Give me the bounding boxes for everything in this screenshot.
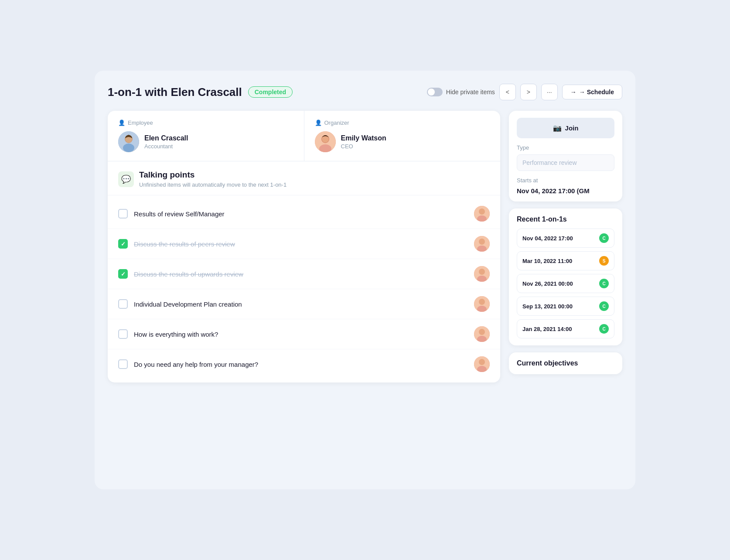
agenda-text-5: How is everything with work? bbox=[134, 331, 468, 338]
agenda-checkbox-6[interactable] bbox=[118, 359, 128, 369]
current-objectives-header: Current objectives bbox=[517, 359, 614, 367]
schedule-button[interactable]: → → Schedule bbox=[562, 85, 622, 99]
hide-private-label: Hide private items bbox=[446, 89, 495, 96]
recent-badge-2: S bbox=[599, 256, 609, 266]
agenda-checkbox-2[interactable] bbox=[118, 239, 128, 249]
starts-section: Starts at Nov 04, 2022 17:00 (GM bbox=[517, 177, 614, 195]
agenda-text-3: Discuss the results of upwards review bbox=[134, 270, 468, 278]
recent-item-4[interactable]: Sep 13, 2021 00:00 C bbox=[517, 297, 614, 316]
recent-ones-card: Recent 1-on-1s Nov 04, 2022 17:00 C Mar … bbox=[509, 208, 622, 345]
agenda-avatar-6 bbox=[474, 356, 490, 372]
recent-item-1[interactable]: Nov 04, 2022 17:00 C bbox=[517, 229, 614, 248]
organizer-info: Emily Watson CEO bbox=[315, 131, 490, 152]
chevron-right-icon: > bbox=[527, 89, 530, 96]
agenda-item: Discuss the results of peers review bbox=[108, 229, 500, 259]
main-layout: 👤 Employee bbox=[108, 111, 622, 382]
type-value: Performance review bbox=[517, 154, 614, 171]
chevron-left-icon: < bbox=[506, 89, 509, 96]
svg-point-21 bbox=[479, 329, 485, 335]
organizer-name: Emily Watson bbox=[341, 134, 386, 142]
agenda-checkbox-5[interactable] bbox=[118, 329, 128, 339]
talking-points-icon: 💬 bbox=[118, 171, 134, 187]
agenda-avatar-1 bbox=[474, 206, 490, 222]
recent-item-2[interactable]: Mar 10, 2022 11:00 S bbox=[517, 251, 614, 270]
ellipsis-icon: ··· bbox=[547, 89, 552, 96]
recent-badge-1: C bbox=[599, 233, 609, 243]
right-panel: 📷 Join Type Performance review Starts at… bbox=[509, 111, 622, 382]
current-objectives-card: Current objectives bbox=[509, 352, 622, 374]
agenda-avatar-5 bbox=[474, 326, 490, 342]
agenda-list: Results of review Self/Manager Discuss t… bbox=[108, 195, 500, 382]
left-panel: 👤 Employee bbox=[108, 111, 500, 382]
recent-item-3[interactable]: Nov 26, 2021 00:00 C bbox=[517, 274, 614, 293]
participants-section: 👤 Employee bbox=[108, 111, 500, 161]
agenda-item: Discuss the results of upwards review bbox=[108, 259, 500, 289]
agenda-avatar-3 bbox=[474, 266, 490, 282]
recent-badge-5: C bbox=[599, 324, 609, 334]
employee-title: Accountant bbox=[144, 143, 188, 150]
agenda-text-2: Discuss the results of peers review bbox=[134, 240, 468, 248]
schedule-label: → Schedule bbox=[579, 89, 614, 96]
organizer-role-label: 👤 Organizer bbox=[315, 120, 490, 126]
employee-role-label: 👤 Employee bbox=[118, 120, 293, 126]
svg-point-15 bbox=[479, 269, 485, 275]
header: 1-on-1 with Elen Crascall Completed Hide… bbox=[108, 84, 622, 100]
recent-badge-3: C bbox=[599, 279, 609, 288]
more-options-button[interactable]: ··· bbox=[541, 84, 558, 100]
svg-point-24 bbox=[479, 359, 485, 365]
agenda-avatar-4 bbox=[474, 296, 490, 312]
agenda-item: How is everything with work? bbox=[108, 319, 500, 349]
nav-next-button[interactable]: > bbox=[520, 84, 537, 100]
recent-ones-header: Recent 1-on-1s bbox=[517, 215, 614, 223]
organizer-details: Emily Watson CEO bbox=[341, 134, 386, 150]
hide-private-toggle-container: Hide private items bbox=[427, 88, 495, 96]
employee-details: Elen Crascall Accountant bbox=[144, 134, 188, 150]
svg-point-12 bbox=[479, 239, 485, 245]
svg-point-2 bbox=[123, 143, 134, 152]
employee-info: Elen Crascall Accountant bbox=[118, 131, 293, 152]
agenda-checkbox-4[interactable] bbox=[118, 299, 128, 309]
type-section: Type Performance review bbox=[517, 144, 614, 171]
recent-date-2: Mar 10, 2022 11:00 bbox=[522, 258, 572, 264]
type-label: Type bbox=[517, 144, 614, 151]
starts-label: Starts at bbox=[517, 177, 614, 184]
recent-date-3: Nov 26, 2021 00:00 bbox=[522, 280, 573, 287]
agenda-text-4: Individual Development Plan creation bbox=[134, 300, 468, 308]
organizer-avatar bbox=[315, 131, 336, 152]
arrow-right-icon: → bbox=[570, 89, 576, 96]
tp-title-row: 💬 Talking points Unfinished items will a… bbox=[118, 170, 490, 188]
employee-name: Elen Crascall bbox=[144, 134, 188, 142]
recent-date-1: Nov 04, 2022 17:00 bbox=[522, 235, 573, 242]
recent-date-5: Jan 28, 2021 14:00 bbox=[522, 326, 572, 332]
recent-date-4: Sep 13, 2021 00:00 bbox=[522, 303, 573, 310]
hide-private-toggle[interactable] bbox=[427, 88, 443, 96]
agenda-checkbox-1[interactable] bbox=[118, 209, 128, 219]
page-title: 1-on-1 with Elen Crascall bbox=[108, 85, 242, 99]
nav-prev-button[interactable]: < bbox=[499, 84, 516, 100]
svg-point-18 bbox=[479, 299, 485, 305]
talking-points-title: Talking points bbox=[139, 170, 287, 180]
agenda-avatar-2 bbox=[474, 236, 490, 252]
join-type-card: 📷 Join Type Performance review Starts at… bbox=[509, 111, 622, 201]
employee-avatar bbox=[118, 131, 139, 152]
recent-item-5[interactable]: Jan 28, 2021 14:00 C bbox=[517, 319, 614, 338]
organizer-title: CEO bbox=[341, 143, 386, 150]
recent-badge-4: C bbox=[599, 301, 609, 311]
agenda-item: Individual Development Plan creation bbox=[108, 289, 500, 319]
svg-point-9 bbox=[479, 208, 485, 215]
agenda-text-1: Results of review Self/Manager bbox=[134, 210, 468, 218]
agenda-item: Results of review Self/Manager bbox=[108, 199, 500, 229]
header-controls: Hide private items < > ··· → → Schedule bbox=[427, 84, 622, 100]
talking-points-subtitle: Unfinished items will automatically move… bbox=[139, 181, 287, 188]
agenda-text-6: Do you need any help from your manager? bbox=[134, 361, 468, 368]
video-camera-icon: 📷 bbox=[553, 124, 562, 132]
tp-title-group: Talking points Unfinished items will aut… bbox=[139, 170, 287, 188]
organizer-column: 👤 Organizer bbox=[304, 111, 501, 161]
talking-points-header: 💬 Talking points Unfinished items will a… bbox=[108, 161, 500, 195]
app-container: 1-on-1 with Elen Crascall Completed Hide… bbox=[95, 71, 635, 489]
organizer-person-icon: 👤 bbox=[315, 120, 322, 126]
agenda-checkbox-3[interactable] bbox=[118, 269, 128, 279]
join-button[interactable]: 📷 Join bbox=[517, 118, 614, 138]
starts-value: Nov 04, 2022 17:00 (GM bbox=[517, 187, 614, 195]
person-icon: 👤 bbox=[118, 120, 125, 126]
